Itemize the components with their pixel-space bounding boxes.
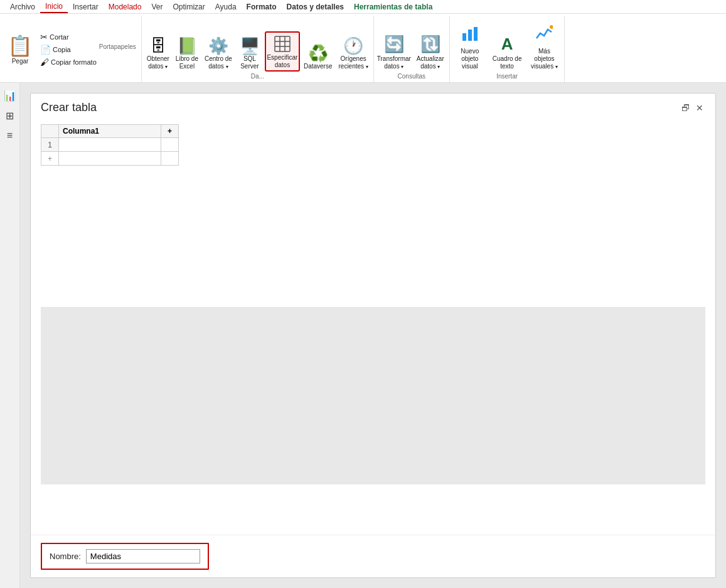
svg-rect-7: [474, 27, 478, 41]
libro-excel-button[interactable]: 📗 Libro deExcel: [173, 35, 201, 72]
transformar-datos-label: Transformardatos ▾: [377, 55, 411, 70]
menu-ver[interactable]: Ver: [146, 1, 168, 13]
cuadro-texto-icon: A: [501, 35, 513, 54]
especificar-datos-button[interactable]: Especificardatos: [265, 31, 300, 72]
menu-archivo[interactable]: Archivo: [5, 1, 40, 13]
actualizar-datos-button[interactable]: 🔃 Actualizardatos ▾: [414, 32, 447, 72]
consultas-group: 🔄 Transformardatos ▾ 🔃 Actualizardatos ▾…: [374, 16, 450, 82]
libro-excel-icon: 📗: [177, 38, 197, 54]
cortar-button[interactable]: ✂ Cortar: [38, 31, 99, 43]
centro-datos-button[interactable]: ⚙️ Centro dedatos ▾: [202, 35, 235, 72]
origenes-recientes-icon: 🕐: [343, 38, 363, 54]
menu-bar: Archivo Inicio Insertar Modelado Ver Opt…: [0, 0, 726, 14]
transformar-datos-button[interactable]: 🔄 Transformardatos ▾: [376, 32, 412, 72]
libro-excel-label: Libro deExcel: [176, 55, 198, 70]
menu-inicio[interactable]: Inicio: [40, 1, 68, 13]
svg-rect-6: [468, 29, 472, 41]
ribbon: 📋 Pegar ✂ Cortar 📄 Copia 🖌 Copiar format…: [0, 14, 726, 83]
obtener-datos-icon: 🗄: [150, 38, 166, 54]
portapapeles-actions: ✂ Cortar 📄 Copia 🖌 Copiar formato: [38, 16, 99, 82]
actualizar-datos-label: Actualizardatos ▾: [417, 55, 444, 70]
nuevo-objeto-visual-label: Nuevo objetovisual: [455, 48, 485, 70]
origenes-recientes-button[interactable]: 🕐 Orígenesrecientes ▾: [336, 35, 370, 72]
copia-button[interactable]: 📄 Copia: [38, 44, 99, 55]
mas-objetos-visuales-icon: [535, 24, 553, 46]
svg-point-8: [550, 25, 553, 29]
menu-herramientas[interactable]: Herramientas de tabla: [349, 1, 437, 13]
datos-group: 🗄 Obtenerdatos ▾ 📗 Libro deExcel ⚙️ Cent…: [142, 16, 374, 82]
copia-icon: 📄: [40, 45, 51, 55]
obtener-datos-label: Obtenerdatos ▾: [147, 55, 169, 70]
pegar-icon: 📋: [8, 34, 33, 58]
menu-optimizar[interactable]: Optimizar: [168, 1, 210, 13]
dataverse-button[interactable]: ♻️ Dataverse: [301, 43, 335, 72]
especificar-datos-label: Especificardatos: [267, 54, 297, 69]
pegar-label: Pegar: [12, 58, 29, 65]
cortar-label: Cortar: [50, 33, 69, 41]
copiar-formato-button[interactable]: 🖌 Copiar formato: [38, 56, 99, 68]
cuadro-texto-label: Cuadro detexto: [493, 55, 522, 70]
dataverse-label: Dataverse: [304, 63, 333, 70]
actualizar-datos-icon: 🔃: [420, 35, 440, 54]
centro-datos-icon: ⚙️: [208, 38, 228, 54]
cortar-icon: ✂: [40, 32, 48, 42]
portapapeles-group-label: Portapapeles: [99, 43, 136, 53]
consultas-group-label: Consultas: [374, 73, 449, 82]
obtener-datos-button[interactable]: 🗄 Obtenerdatos ▾: [144, 35, 172, 72]
copiar-formato-label: Copiar formato: [51, 58, 97, 66]
copiar-formato-icon: 🖌: [40, 57, 49, 67]
dataverse-icon: ♻️: [308, 45, 328, 61]
sql-server-icon: 🖥️: [240, 38, 260, 54]
sql-server-label: SQLServer: [240, 55, 259, 70]
transformar-datos-icon: 🔄: [384, 35, 404, 54]
ribbon-filler: [565, 16, 726, 82]
svg-rect-5: [462, 33, 466, 41]
datos-group-label: Da...: [142, 73, 373, 82]
mas-objetos-visuales-label: Más objetosvisuales ▾: [529, 48, 559, 70]
copia-label: Copia: [53, 46, 71, 53]
centro-datos-label: Centro dedatos ▾: [205, 55, 232, 70]
nuevo-objeto-visual-icon: [461, 24, 479, 46]
menu-insertar[interactable]: Insertar: [68, 1, 104, 13]
menu-ayuda[interactable]: Ayuda: [210, 1, 242, 13]
pegar-button[interactable]: 📋 Pegar: [5, 16, 38, 82]
insertar-group-label: Insertar: [450, 73, 565, 82]
svg-rect-0: [275, 36, 290, 51]
sql-server-button[interactable]: 🖥️ SQLServer: [236, 35, 264, 72]
menu-formato[interactable]: Formato: [242, 1, 282, 13]
origenes-recientes-label: Orígenesrecientes ▾: [338, 55, 368, 70]
menu-datos[interactable]: Datos y detalles: [282, 1, 349, 13]
portapapeles-group: 📋 Pegar ✂ Cortar 📄 Copia 🖌 Copiar format…: [0, 16, 142, 82]
insertar-group: Nuevo objetovisual A Cuadro detexto Más …: [450, 16, 565, 82]
menu-modelado[interactable]: Modelado: [104, 1, 147, 13]
nuevo-objeto-visual-button[interactable]: Nuevo objetovisual: [452, 22, 488, 72]
especificar-datos-icon: [274, 35, 291, 53]
cuadro-texto-button[interactable]: A Cuadro detexto: [490, 32, 525, 72]
mas-objetos-visuales-button[interactable]: Más objetosvisuales ▾: [526, 22, 562, 72]
